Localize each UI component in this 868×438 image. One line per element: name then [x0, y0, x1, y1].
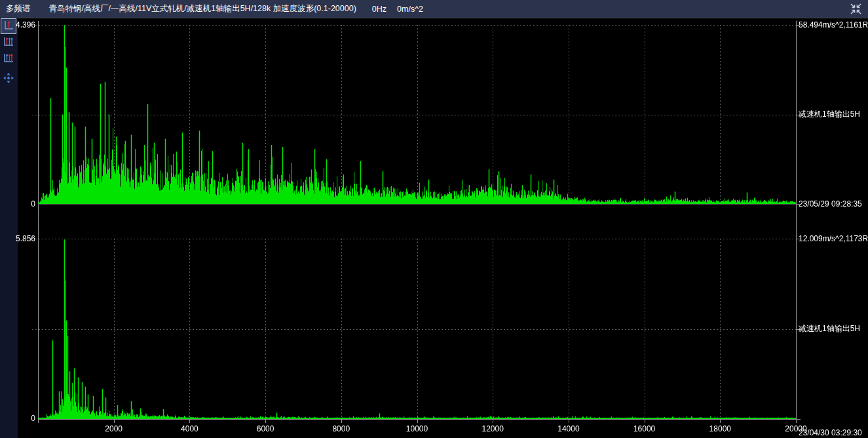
app-title: 多频谱 [6, 3, 31, 14]
x-axis-tick-label: 6000 [246, 424, 285, 433]
multi-spectrum-alt-icon [3, 52, 14, 66]
collapse-window-icon[interactable] [850, 3, 862, 15]
x-axis-tick-label: 4000 [170, 424, 209, 433]
signal-path-breadcrumb: 青岛特钢/高线厂/一高线/11V立式轧机/减速机1轴输出5H/128k 加速度波… [49, 3, 356, 14]
toolbar-sidebar [0, 18, 18, 438]
multi-spectrum-icon [3, 35, 14, 50]
multi-spectrum-alt-tool-button[interactable] [1, 51, 16, 67]
pan-move-icon [3, 72, 14, 87]
x-axis-tick-label: 12000 [473, 424, 512, 433]
x-axis-tick-label: 20000 [776, 424, 816, 433]
x-axis-tick-label: 10000 [398, 424, 437, 433]
cursor-frequency-readout: 0Hz [372, 5, 387, 14]
multi-spectrum-tool-button[interactable] [1, 35, 16, 50]
x-axis-tick-label: 18000 [700, 424, 740, 433]
plot1-peak-info-label: 58.494m/s^2,1161RP [799, 20, 868, 30]
app-window: 多频谱 青岛特钢/高线厂/一高线/11V立式轧机/减速机1轴输出5H/128k … [0, 0, 868, 438]
plot1-channel-label: 减速机1轴输出5H [799, 110, 868, 119]
spectrum-canvas[interactable] [18, 18, 868, 438]
pan-tool-button[interactable] [1, 71, 16, 87]
titlebar: 多频谱 青岛特钢/高线厂/一高线/11V立式轧机/减速机1轴输出5H/128k … [0, 0, 868, 18]
chart-area[interactable]: 4.396 0 58.494m/s^2,1161RP 减速机1轴输出5H 23/… [18, 18, 868, 438]
cursor-amplitude-readout: 0m/s^2 [397, 5, 423, 14]
plot1-ymax-label: 4.396 [9, 20, 35, 30]
plot2-peak-info-label: 12.009m/s^2,1173RP [799, 234, 868, 243]
x-axis-tick-label: 2000 [94, 424, 134, 433]
plot2-ymin-label: 0 [9, 414, 35, 423]
x-axis-tick-label: 14000 [549, 424, 588, 433]
plot1-timestamp-label: 23/05/29 09:28:35 [799, 199, 868, 209]
plot2-ymax-label: 5.856 [9, 234, 35, 243]
plot1-ymin-label: 0 [9, 199, 35, 209]
plot2-channel-label: 减速机1轴输出5H [799, 324, 868, 333]
x-axis-tick-label: 8000 [322, 424, 361, 433]
x-axis-tick-label: 16000 [625, 424, 664, 433]
